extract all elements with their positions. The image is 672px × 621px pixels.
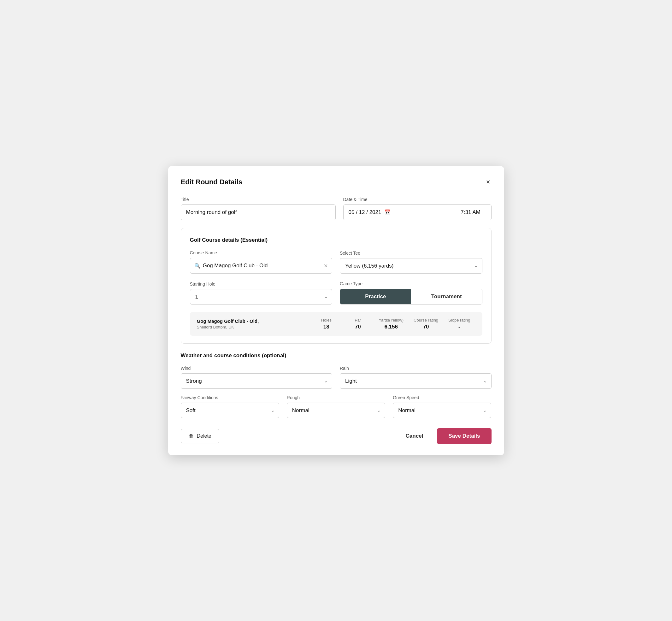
- tournament-button[interactable]: Tournament: [411, 289, 482, 304]
- par-value: 70: [355, 324, 361, 330]
- course-tee-row: Course Name 🔍 ✕ Select Tee Yellow (6,156…: [190, 250, 482, 274]
- slope-rating-label: Slope rating: [448, 318, 470, 323]
- modal-header: Edit Round Details ×: [181, 177, 492, 187]
- par-label: Par: [354, 318, 361, 323]
- date-part[interactable]: 05 / 12 / 2021 📅: [344, 205, 450, 220]
- wind-group: Wind None Light Moderate Strong ⌄: [181, 366, 333, 389]
- yards-stat: Yards(Yellow) 6,156: [374, 318, 409, 330]
- fairway-dropdown[interactable]: Soft Normal Hard: [181, 403, 279, 418]
- green-speed-group: Green Speed Slow Normal Fast ⌄: [393, 395, 491, 418]
- course-search-wrapper: 🔍 ✕: [190, 258, 333, 274]
- course-rating-label: Course rating: [414, 318, 438, 323]
- trash-icon: 🗑: [189, 433, 194, 439]
- search-icon: 🔍: [194, 262, 201, 268]
- holes-value: 18: [323, 324, 329, 330]
- rain-group: Rain None Light Moderate Heavy ⌄: [340, 366, 492, 389]
- hole-gametype-row: Starting Hole 1 2 10 ⌄ Game Type Practic…: [190, 281, 482, 304]
- course-info-location: Shelford Bottom, UK: [197, 325, 311, 329]
- title-label: Title: [181, 197, 336, 202]
- clear-course-button[interactable]: ✕: [324, 262, 328, 268]
- rain-label: Rain: [340, 366, 492, 371]
- save-button[interactable]: Save Details: [437, 428, 491, 444]
- delete-label: Delete: [197, 433, 211, 439]
- course-info-name: Gog Magog Golf Club - Old, Shelford Bott…: [197, 318, 311, 329]
- fairway-rough-green-row: Fairway Conditions Soft Normal Hard ⌄ Ro…: [181, 395, 492, 418]
- fairway-wrapper: Soft Normal Hard ⌄: [181, 403, 279, 418]
- game-type-toggle: Practice Tournament: [340, 289, 482, 304]
- select-tee-label: Select Tee: [340, 251, 482, 256]
- yards-label: Yards(Yellow): [379, 318, 404, 323]
- par-stat: Par 70: [342, 318, 374, 330]
- yards-value: 6,156: [384, 324, 398, 330]
- title-datetime-row: Title Date & Time 05 / 12 / 2021 📅 7:31 …: [181, 197, 492, 220]
- select-tee-wrapper: Yellow (6,156 yards) White Red Blue ⌄: [340, 258, 482, 274]
- course-rating-stat: Course rating 70: [409, 318, 443, 330]
- rough-label: Rough: [287, 395, 385, 400]
- slope-rating-value: -: [458, 324, 460, 330]
- modal-title: Edit Round Details: [181, 178, 243, 186]
- wind-label: Wind: [181, 366, 333, 371]
- time-part[interactable]: 7:31 AM: [450, 205, 491, 220]
- green-speed-wrapper: Slow Normal Fast ⌄: [393, 403, 491, 418]
- rough-dropdown[interactable]: Soft Normal Hard: [287, 403, 385, 418]
- close-button[interactable]: ×: [485, 177, 492, 187]
- golf-course-section-title: Golf Course details (Essential): [190, 237, 482, 243]
- wind-dropdown[interactable]: None Light Moderate Strong: [181, 373, 333, 389]
- date-value: 05 / 12 / 2021: [349, 209, 381, 215]
- wind-rain-row: Wind None Light Moderate Strong ⌄ Rain N…: [181, 366, 492, 389]
- starting-hole-label: Starting Hole: [190, 282, 333, 287]
- fairway-group: Fairway Conditions Soft Normal Hard ⌄: [181, 395, 279, 418]
- course-info-name-text: Gog Magog Golf Club - Old,: [197, 318, 311, 324]
- select-tee-group: Select Tee Yellow (6,156 yards) White Re…: [340, 251, 482, 274]
- date-time-container: 05 / 12 / 2021 📅 7:31 AM: [343, 204, 492, 220]
- course-name-label: Course Name: [190, 250, 333, 255]
- fairway-label: Fairway Conditions: [181, 395, 279, 400]
- delete-button[interactable]: 🗑 Delete: [181, 429, 219, 443]
- practice-button[interactable]: Practice: [340, 289, 411, 304]
- weather-section: Weather and course conditions (optional)…: [181, 353, 492, 418]
- cancel-button[interactable]: Cancel: [400, 429, 430, 443]
- starting-hole-group: Starting Hole 1 2 10 ⌄: [190, 282, 333, 304]
- course-name-input[interactable]: [190, 258, 333, 274]
- green-speed-label: Green Speed: [393, 395, 491, 400]
- course-rating-value: 70: [423, 324, 429, 330]
- rain-wrapper: None Light Moderate Heavy ⌄: [340, 373, 492, 389]
- starting-hole-wrapper: 1 2 10 ⌄: [190, 289, 333, 304]
- green-speed-dropdown[interactable]: Slow Normal Fast: [393, 403, 491, 418]
- weather-section-title: Weather and course conditions (optional): [181, 353, 492, 359]
- rain-dropdown[interactable]: None Light Moderate Heavy: [340, 373, 492, 389]
- title-input[interactable]: [181, 204, 336, 220]
- rough-wrapper: Soft Normal Hard ⌄: [287, 403, 385, 418]
- calendar-icon: 📅: [384, 209, 390, 215]
- starting-hole-dropdown[interactable]: 1 2 10: [190, 289, 333, 304]
- golf-course-section: Golf Course details (Essential) Course N…: [181, 228, 492, 344]
- holes-label: Holes: [321, 318, 332, 323]
- course-name-group: Course Name 🔍 ✕: [190, 250, 333, 274]
- wind-wrapper: None Light Moderate Strong ⌄: [181, 373, 333, 389]
- select-tee-dropdown[interactable]: Yellow (6,156 yards) White Red Blue: [340, 258, 482, 274]
- slope-rating-stat: Slope rating -: [443, 318, 475, 330]
- course-info-bar: Gog Magog Golf Club - Old, Shelford Bott…: [190, 312, 482, 336]
- edit-round-modal: Edit Round Details × Title Date & Time 0…: [168, 166, 504, 455]
- game-type-group: Game Type Practice Tournament: [340, 281, 482, 304]
- title-group: Title: [181, 197, 336, 220]
- time-value: 7:31 AM: [461, 209, 480, 215]
- rough-group: Rough Soft Normal Hard ⌄: [287, 395, 385, 418]
- footer-right: Cancel Save Details: [400, 428, 492, 444]
- date-time-group: Date & Time 05 / 12 / 2021 📅 7:31 AM: [343, 197, 492, 220]
- game-type-label: Game Type: [340, 281, 482, 286]
- footer-row: 🗑 Delete Cancel Save Details: [181, 428, 492, 444]
- holes-stat: Holes 18: [310, 318, 342, 330]
- date-time-label: Date & Time: [343, 197, 492, 202]
